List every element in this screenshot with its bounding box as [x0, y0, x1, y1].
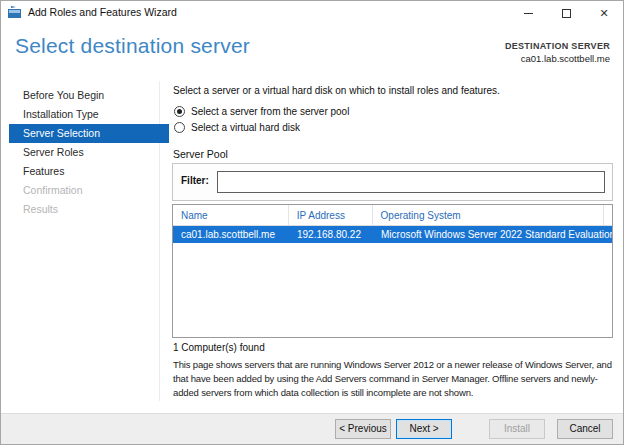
- nav-item-features[interactable]: Features: [9, 162, 169, 181]
- radio-option-virtual-hard-disk-label: Select a virtual hard disk: [191, 122, 300, 133]
- wizard-window: Add Roles and Features Wizard ✕ Select d…: [0, 0, 624, 445]
- computers-found-text: 1 Computer(s) found: [173, 342, 265, 353]
- nav-item-server-selection[interactable]: Server Selection: [9, 124, 169, 143]
- filter-label: Filter:: [181, 175, 209, 186]
- minimize-button[interactable]: [509, 1, 547, 25]
- cell-name: ca01.lab.scottbell.me: [173, 226, 289, 243]
- previous-button[interactable]: < Previous: [335, 419, 391, 439]
- destination-server-value: ca01.lab.scottbell.me: [505, 53, 610, 64]
- app-icon: [8, 6, 22, 19]
- nav-item-before-you-begin[interactable]: Before You Begin: [9, 86, 169, 105]
- page-description: This page shows servers that are running…: [173, 358, 617, 400]
- page-title: Select destination server: [15, 34, 250, 58]
- nav-item-installation-type[interactable]: Installation Type: [9, 105, 169, 124]
- next-button[interactable]: Next >: [396, 419, 452, 439]
- column-header-ip-address[interactable]: IP Address: [289, 205, 373, 225]
- wizard-footer: < Previous Next > Install Cancel: [1, 413, 623, 444]
- radio-selected-icon[interactable]: [174, 106, 185, 117]
- column-header-name[interactable]: Name: [173, 205, 289, 225]
- radio-unselected-icon[interactable]: [174, 122, 185, 133]
- filter-panel: Filter:: [172, 163, 613, 201]
- minimize-icon: [524, 13, 533, 14]
- column-header-spacer: [604, 205, 612, 225]
- table-header-row: Name IP Address Operating System: [173, 205, 612, 226]
- nav-item-results: Results: [9, 200, 169, 219]
- cell-ip-address: 192.168.80.22: [289, 226, 373, 243]
- wizard-nav: Before You Begin Installation Type Serve…: [9, 86, 169, 219]
- radio-option-virtual-hard-disk[interactable]: Select a virtual hard disk: [174, 122, 300, 133]
- close-icon: ✕: [599, 8, 608, 19]
- window-title: Add Roles and Features Wizard: [28, 6, 177, 18]
- radio-option-server-pool[interactable]: Select a server from the server pool: [174, 106, 349, 117]
- nav-item-server-roles[interactable]: Server Roles: [9, 143, 169, 162]
- maximize-icon: [562, 9, 571, 18]
- cell-operating-system: Microsoft Windows Server 2022 Standard E…: [373, 226, 612, 243]
- radio-option-server-pool-label: Select a server from the server pool: [191, 106, 349, 117]
- column-header-operating-system[interactable]: Operating System: [373, 205, 604, 225]
- filter-input[interactable]: [217, 171, 605, 193]
- window-controls: ✕: [509, 1, 623, 25]
- intro-text: Select a server or a virtual hard disk o…: [173, 85, 500, 96]
- cancel-button[interactable]: Cancel: [557, 419, 613, 439]
- server-pool-table: Name IP Address Operating System ca01.la…: [172, 204, 613, 338]
- maximize-button[interactable]: [547, 1, 585, 25]
- destination-server-label: DESTINATION SERVER: [505, 41, 610, 51]
- nav-item-confirmation: Confirmation: [9, 181, 169, 200]
- install-button: Install: [489, 419, 545, 439]
- destination-server-block: DESTINATION SERVER ca01.lab.scottbell.me: [505, 41, 610, 64]
- server-pool-heading: Server Pool: [173, 148, 228, 160]
- close-button[interactable]: ✕: [585, 1, 623, 25]
- titlebar: Add Roles and Features Wizard ✕: [1, 1, 623, 25]
- table-row-selected[interactable]: ca01.lab.scottbell.me 192.168.80.22 Micr…: [173, 226, 612, 243]
